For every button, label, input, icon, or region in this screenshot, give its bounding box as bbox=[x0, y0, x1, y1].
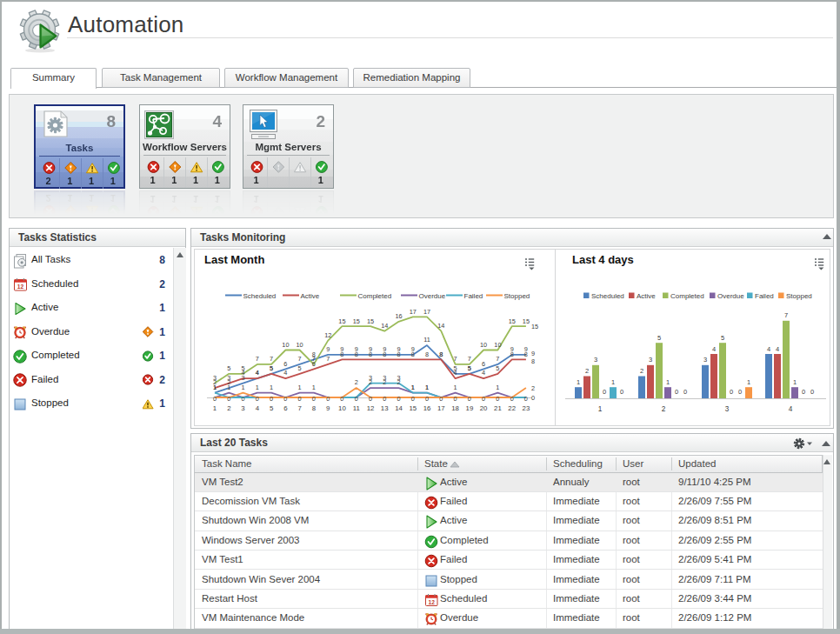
svg-text:1: 1 bbox=[411, 384, 415, 391]
svg-text:1: 1 bbox=[227, 384, 230, 391]
svg-text:0: 0 bbox=[340, 395, 343, 403]
svg-text:0: 0 bbox=[326, 395, 330, 403]
svg-text:7: 7 bbox=[256, 355, 259, 363]
svg-text:8: 8 bbox=[312, 404, 316, 412]
svg-text:14: 14 bbox=[437, 322, 444, 330]
svg-text:20: 20 bbox=[480, 404, 488, 412]
svg-text:2: 2 bbox=[640, 367, 643, 375]
svg-text:0: 0 bbox=[802, 388, 805, 396]
svg-text:0: 0 bbox=[496, 395, 499, 403]
svg-text:3: 3 bbox=[227, 374, 230, 382]
svg-text:4: 4 bbox=[283, 369, 287, 377]
svg-text:8: 8 bbox=[369, 350, 372, 358]
svg-text:2: 2 bbox=[585, 367, 589, 375]
svg-text:1: 1 bbox=[496, 384, 499, 391]
svg-text:Last Month: Last Month bbox=[204, 253, 264, 266]
svg-text:15: 15 bbox=[531, 323, 538, 330]
svg-text:1: 1 bbox=[213, 404, 217, 412]
svg-text:Last 4 days: Last 4 days bbox=[572, 253, 634, 266]
svg-text:0: 0 bbox=[603, 388, 606, 396]
svg-text:8: 8 bbox=[411, 350, 415, 358]
svg-text:5: 5 bbox=[657, 334, 661, 342]
svg-text:7: 7 bbox=[298, 355, 302, 363]
svg-text:15: 15 bbox=[509, 317, 516, 325]
svg-text:3: 3 bbox=[383, 374, 386, 382]
svg-text:1: 1 bbox=[666, 378, 670, 386]
svg-text:1: 1 bbox=[598, 405, 603, 413]
svg-text:4: 4 bbox=[789, 405, 793, 413]
svg-text:0: 0 bbox=[675, 388, 678, 396]
svg-text:1: 1 bbox=[425, 384, 429, 391]
svg-text:0: 0 bbox=[397, 395, 400, 403]
svg-text:7: 7 bbox=[468, 355, 471, 363]
svg-text:1: 1 bbox=[312, 384, 316, 391]
svg-text:0: 0 bbox=[369, 395, 372, 403]
svg-text:0: 0 bbox=[730, 388, 733, 396]
svg-text:3: 3 bbox=[703, 356, 707, 364]
svg-text:10: 10 bbox=[494, 341, 501, 349]
svg-text:23: 23 bbox=[523, 404, 530, 412]
svg-text:10: 10 bbox=[297, 341, 303, 349]
svg-text:9: 9 bbox=[326, 404, 330, 412]
svg-text:16: 16 bbox=[395, 312, 402, 320]
svg-text:1: 1 bbox=[213, 384, 217, 391]
svg-text:3: 3 bbox=[649, 356, 652, 364]
svg-text:2: 2 bbox=[355, 378, 358, 386]
svg-text:16: 16 bbox=[423, 404, 431, 412]
svg-text:0: 0 bbox=[213, 395, 217, 403]
svg-text:1: 1 bbox=[241, 384, 244, 391]
svg-text:3: 3 bbox=[213, 374, 217, 382]
svg-text:Overdue: Overdue bbox=[717, 292, 744, 300]
svg-text:12: 12 bbox=[17, 284, 24, 290]
svg-text:0: 0 bbox=[620, 388, 623, 396]
svg-text:0: 0 bbox=[227, 395, 230, 403]
svg-text:4: 4 bbox=[776, 345, 779, 353]
svg-text:8: 8 bbox=[439, 350, 443, 358]
svg-text:4: 4 bbox=[482, 369, 485, 377]
svg-text:15: 15 bbox=[523, 317, 530, 325]
svg-text:3: 3 bbox=[725, 405, 730, 413]
svg-text:Failed: Failed bbox=[464, 292, 483, 300]
svg-text:4: 4 bbox=[767, 345, 770, 353]
svg-text:8: 8 bbox=[340, 350, 343, 358]
svg-text:0: 0 bbox=[531, 394, 535, 402]
svg-text:4: 4 bbox=[256, 369, 259, 377]
svg-text:0: 0 bbox=[270, 395, 273, 403]
svg-text:1: 1 bbox=[577, 378, 580, 386]
svg-text:Stopped: Stopped bbox=[504, 292, 530, 300]
svg-text:5: 5 bbox=[468, 364, 471, 372]
svg-text:5: 5 bbox=[270, 364, 273, 372]
svg-text:10: 10 bbox=[338, 404, 346, 412]
svg-text:8: 8 bbox=[397, 350, 400, 358]
svg-text:Completed: Completed bbox=[670, 292, 704, 300]
svg-text:8: 8 bbox=[425, 350, 429, 358]
svg-text:Active: Active bbox=[637, 292, 656, 300]
svg-text:1: 1 bbox=[793, 378, 797, 386]
svg-text:1: 1 bbox=[611, 378, 615, 386]
svg-text:Failed: Failed bbox=[755, 292, 774, 300]
svg-text:0: 0 bbox=[425, 395, 429, 403]
svg-text:14: 14 bbox=[381, 322, 388, 330]
svg-text:7: 7 bbox=[326, 355, 330, 363]
svg-text:3: 3 bbox=[397, 374, 400, 382]
svg-text:7: 7 bbox=[454, 355, 457, 363]
svg-text:8: 8 bbox=[383, 350, 386, 358]
svg-text:15: 15 bbox=[367, 317, 374, 325]
svg-text:0: 0 bbox=[810, 388, 814, 396]
svg-text:6: 6 bbox=[283, 404, 287, 412]
svg-text:8: 8 bbox=[510, 350, 514, 358]
svg-text:7: 7 bbox=[496, 355, 499, 363]
svg-text:0: 0 bbox=[524, 395, 528, 403]
svg-text:4: 4 bbox=[256, 404, 260, 412]
svg-text:11: 11 bbox=[353, 404, 360, 412]
svg-text:9: 9 bbox=[531, 350, 535, 357]
svg-text:3: 3 bbox=[594, 356, 597, 364]
svg-text:0: 0 bbox=[283, 395, 287, 403]
svg-text:4: 4 bbox=[454, 369, 457, 377]
svg-text:7: 7 bbox=[312, 355, 316, 363]
svg-text:0: 0 bbox=[298, 395, 302, 403]
svg-text:6: 6 bbox=[283, 360, 287, 368]
svg-text:Scheduled: Scheduled bbox=[243, 292, 277, 300]
svg-text:0: 0 bbox=[738, 388, 742, 396]
svg-text:0: 0 bbox=[256, 395, 259, 403]
